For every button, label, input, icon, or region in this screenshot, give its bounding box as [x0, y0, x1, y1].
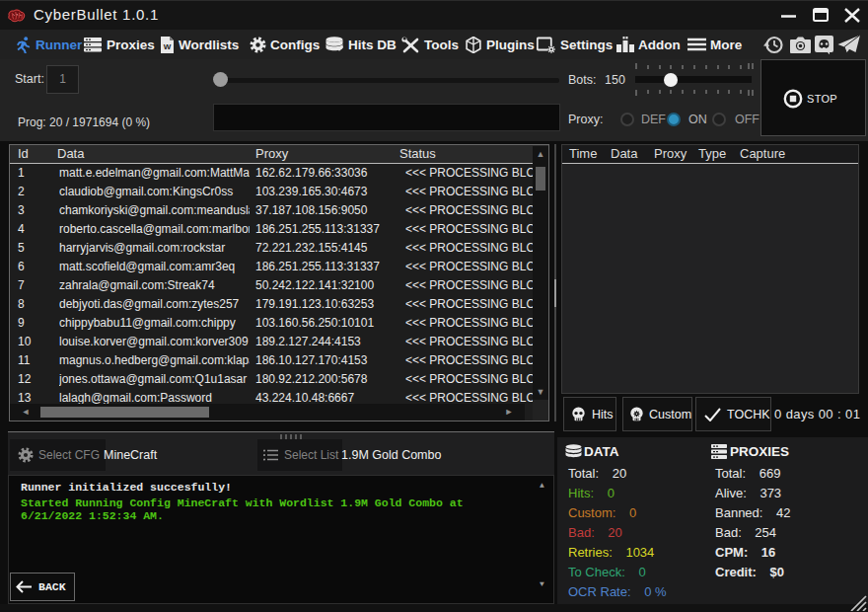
- svg-text:W: W: [164, 42, 172, 51]
